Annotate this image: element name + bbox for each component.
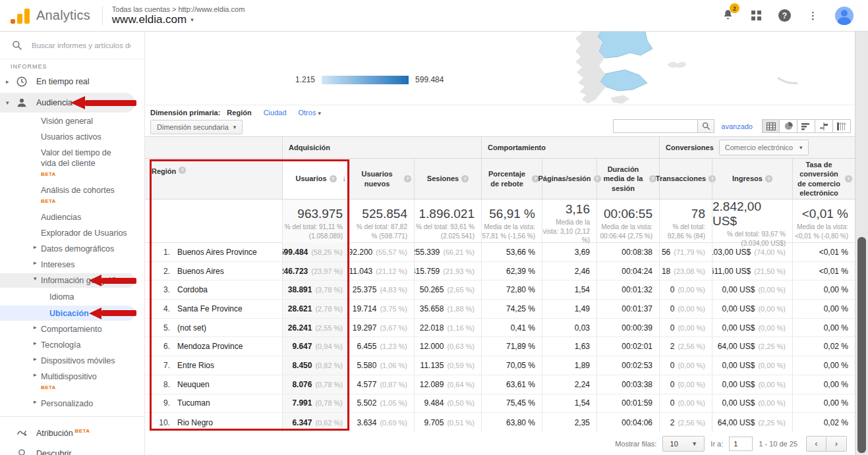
col-header-region[interactable]: Región bbox=[145, 159, 282, 199]
chevron-right-icon[interactable]: ▸ bbox=[34, 324, 40, 331]
cell-region[interactable]: 7.Entre Rios bbox=[145, 356, 282, 375]
chevron-right-icon[interactable]: ▸ bbox=[34, 371, 40, 378]
dimension-tab-otros[interactable]: Otros ▾ bbox=[299, 109, 322, 117]
view-percentage-button[interactable] bbox=[780, 119, 797, 133]
col-header-ingresos[interactable]: Ingresos bbox=[712, 159, 792, 199]
col-header-usuarios[interactable]: Usuarios ↓ bbox=[282, 159, 349, 199]
table-row[interactable]: 4.Santa Fe Province28.621(2,78 %)19.714(… bbox=[145, 300, 855, 319]
goto-page-input[interactable] bbox=[729, 437, 753, 451]
region-name[interactable]: (not set) bbox=[177, 323, 206, 333]
sidebar-item-valor-del-tiempo-de-vida-del-cliente[interactable]: Valor del tiempo de vida del clienteBETA bbox=[0, 145, 144, 182]
map-argentina-fragment[interactable] bbox=[435, 32, 804, 105]
cell-region[interactable]: 10.Rio Negro bbox=[145, 413, 282, 432]
table-row[interactable]: 7.Entre Rios8.450(0,82 %)5.580(1,06 %)11… bbox=[145, 356, 855, 375]
sidebar-item-tecnolog-a[interactable]: ▸Tecnología bbox=[0, 337, 144, 353]
chevron-right-icon[interactable]: ▸ bbox=[34, 340, 40, 346]
dimension-tab-region[interactable]: Región bbox=[227, 109, 251, 117]
sidebar-item-descubrir[interactable]: Descubrir bbox=[0, 443, 144, 455]
sidebar-item-comportamiento[interactable]: ▸Comportamiento bbox=[0, 321, 144, 337]
chevron-right-icon[interactable]: ▸ bbox=[34, 259, 40, 266]
account-switcher[interactable]: Todas las cuentas > http://www.eldia.com… bbox=[112, 5, 245, 26]
region-name[interactable]: Mendoza Province bbox=[177, 342, 243, 351]
cell-region[interactable]: 5.(not set) bbox=[145, 319, 282, 337]
chevron-right-icon[interactable]: ▸ bbox=[6, 78, 13, 85]
help-icon[interactable] bbox=[461, 175, 469, 182]
sidebar-item-idioma[interactable]: Idioma bbox=[0, 288, 144, 305]
table-search-input[interactable] bbox=[613, 119, 697, 133]
help-icon[interactable] bbox=[404, 175, 411, 182]
search-input[interactable] bbox=[32, 41, 130, 49]
region-name[interactable]: Neuquen bbox=[177, 380, 210, 389]
cell-region[interactable]: 4.Santa Fe Province bbox=[145, 300, 282, 318]
cell-region[interactable]: 8.Neuquen bbox=[145, 375, 282, 394]
col-header-tasa[interactable]: Tasa de conversión de comercio electróni… bbox=[792, 159, 855, 199]
cell-region[interactable]: 2.Buenos Aires bbox=[145, 262, 282, 281]
sidebar-item-datos-demogr-ficos[interactable]: ▸Datos demográficos bbox=[0, 241, 144, 257]
col-header-duracion[interactable]: Duración media de la sesión bbox=[596, 159, 659, 199]
sidebar-item-audiencias[interactable]: Audiencias bbox=[0, 209, 144, 225]
help-icon[interactable] bbox=[765, 175, 772, 182]
vertical-scrollbar[interactable] bbox=[855, 32, 868, 455]
col-header-sesiones[interactable]: Sesiones bbox=[414, 159, 481, 199]
sidebar-item-explorador-de-usuarios[interactable]: Explorador de Usuarios bbox=[0, 225, 144, 241]
view-performance-button[interactable] bbox=[797, 119, 815, 133]
region-name[interactable]: Buenos Aires bbox=[177, 267, 224, 276]
table-row[interactable]: 6.Mendoza Province9.647(0,94 %)6.455(1,2… bbox=[145, 337, 855, 356]
help-icon[interactable] bbox=[330, 175, 337, 182]
chevron-right-icon[interactable]: ▸ bbox=[34, 244, 40, 250]
sidebar-item-audiencia[interactable]: ▾Audiencia bbox=[0, 92, 144, 113]
sidebar-item-multidispositivo[interactable]: ▸MultidispositivoBETA bbox=[0, 369, 144, 396]
cell-region[interactable]: 3.Cordoba bbox=[145, 281, 282, 299]
advanced-filter-link[interactable]: avanzado bbox=[721, 122, 753, 130]
avatar[interactable] bbox=[835, 7, 854, 25]
sidebar-item-en-tiempo-real[interactable]: ▸En tiempo real bbox=[0, 71, 144, 92]
apps-grid-icon[interactable] bbox=[751, 11, 761, 20]
view-table-button[interactable] bbox=[762, 119, 780, 133]
sidebar-item-an-lisis-de-cohortes[interactable]: Análisis de cohortesBETA bbox=[0, 182, 144, 209]
sidebar-item-informaci-n-geogr-fica[interactable]: ▾Información geográfica bbox=[0, 273, 144, 288]
table-row[interactable]: 8.Neuquen8.076(0,78 %)4.577(0,87 %)12.08… bbox=[145, 375, 855, 394]
table-row[interactable]: 5.(not set)26.241(2,55 %)19.297(3,67 %)2… bbox=[145, 319, 855, 338]
notifications-button[interactable]: 2 bbox=[722, 8, 734, 23]
more-menu-icon[interactable]: ⋮ bbox=[808, 14, 818, 18]
col-header-usuarios-nuevos[interactable]: Usuarios nuevos bbox=[349, 159, 414, 199]
cell-region[interactable]: 1.Buenos Aires Province bbox=[145, 243, 282, 261]
table-row[interactable]: 3.Cordoba38.891(3,78 %)25.375(4,83 %)50.… bbox=[145, 281, 855, 300]
chevron-down-icon[interactable]: ▾ bbox=[34, 275, 40, 282]
cell-region[interactable]: 9.Tucuman bbox=[145, 394, 282, 413]
col-header-paginas[interactable]: Páginas/sesión bbox=[542, 159, 596, 199]
sidebar-item-intereses[interactable]: ▸Intereses bbox=[0, 257, 144, 273]
table-search-button[interactable] bbox=[697, 119, 714, 133]
sidebar-item-personalizado[interactable]: ▸Personalizado bbox=[0, 396, 144, 412]
table-row[interactable]: 10.Rio Negro6.347(0,62 %)3.634(0,69 %)9.… bbox=[145, 413, 855, 432]
sidebar-item-ubicaci-n[interactable]: Ubicación bbox=[0, 305, 144, 321]
help-button[interactable]: ? bbox=[778, 9, 791, 22]
prev-page-button[interactable]: ‹ bbox=[806, 436, 826, 452]
rows-per-page-select[interactable]: 10 ▼ bbox=[662, 436, 705, 452]
table-row[interactable]: 1.Buenos Aires Province599.484(58,25 %)2… bbox=[145, 243, 855, 262]
help-icon[interactable] bbox=[179, 167, 186, 174]
region-name[interactable]: Rio Negro bbox=[177, 418, 213, 427]
analytics-logo-icon[interactable] bbox=[11, 8, 30, 24]
sidebar-item-visi-n-general[interactable]: Visión general bbox=[0, 113, 144, 129]
col-header-transacciones[interactable]: Transacciones bbox=[659, 159, 712, 199]
dimension-tab-ciudad[interactable]: Ciudad bbox=[264, 109, 287, 117]
sidebar-search[interactable] bbox=[0, 32, 144, 59]
region-name[interactable]: Santa Fe Province bbox=[177, 304, 243, 313]
next-page-button[interactable]: › bbox=[826, 436, 847, 452]
sort-desc-icon[interactable]: ↓ bbox=[342, 174, 346, 184]
col-header-rebote[interactable]: Porcentaje de rebote bbox=[481, 159, 542, 199]
table-row[interactable]: 2.Buenos Aires246.723(23,97 %)111.043(21… bbox=[145, 262, 855, 281]
secondary-dimension-button[interactable]: Dimensión secundaria ▾ bbox=[150, 120, 243, 134]
conversion-type-select[interactable]: Comercio electrónico ▾ bbox=[719, 140, 809, 155]
region-name[interactable]: Cordoba bbox=[177, 285, 208, 294]
cell-region[interactable]: 6.Mendoza Province bbox=[145, 337, 282, 356]
region-name[interactable]: Buenos Aires Province bbox=[177, 248, 257, 257]
chevron-down-icon[interactable]: ▾ bbox=[6, 99, 13, 106]
sidebar-item-usuarios-activos[interactable]: Usuarios activos bbox=[0, 129, 144, 145]
chevron-right-icon[interactable]: ▸ bbox=[34, 398, 40, 405]
region-name[interactable]: Entre Rios bbox=[177, 361, 214, 370]
view-comparison-button[interactable] bbox=[815, 119, 833, 133]
chevron-right-icon[interactable]: ▸ bbox=[34, 356, 40, 362]
help-icon[interactable] bbox=[845, 175, 852, 182]
